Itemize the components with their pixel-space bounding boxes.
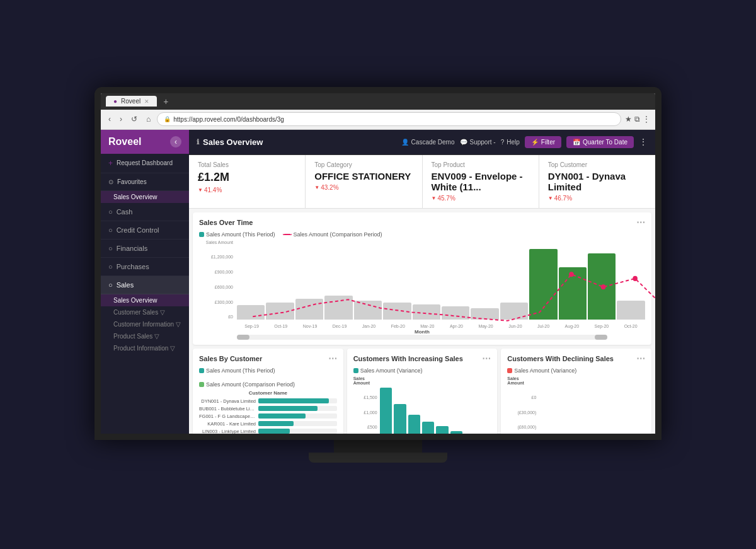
- customer-hbar-chart: DYN001 - Dynava Limited BUB001 - Bubblet…: [199, 398, 337, 434]
- bar: [394, 404, 406, 434]
- support-label: Support -: [470, 139, 496, 146]
- url-bar[interactable]: 🔒 https://app.roveel.com/0/dashboards/3g: [157, 112, 621, 126]
- cascade-demo-label: Cascade Demo: [411, 139, 455, 146]
- monitor-stand-base: [309, 453, 447, 463]
- sidebar-item-label: Product Sales ▽: [113, 333, 159, 340]
- month-label: Oct-19: [274, 324, 287, 328]
- monitor: ● Roveel ✕ + ‹ › ↺ ⌂ 🔒 https://app.rovee…: [94, 87, 662, 463]
- chart-more-button[interactable]: ⋯: [636, 217, 645, 228]
- chart-title-text: Sales By Customer: [199, 355, 262, 362]
- filter-label: Filter: [541, 139, 555, 146]
- sidebar-header[interactable]: Roveel ‹: [101, 130, 189, 154]
- charts-area: Sales Over Time ⋯ Sales Amount (This Per…: [189, 209, 655, 434]
- sidebar-item-label: Purchases: [117, 263, 149, 270]
- main-content: Total Sales £1.2M 41.4% Top Category OFF…: [189, 155, 655, 434]
- month-label: Dec-19: [333, 324, 347, 328]
- browser-titlebar: ● Roveel ✕ +: [101, 93, 655, 110]
- tab-close-icon[interactable]: ✕: [144, 98, 149, 105]
- kpi-value: OFFICE STATIONERY: [314, 171, 413, 182]
- sidebar-item-label: Cash: [117, 208, 133, 216]
- legend-dot: [199, 382, 204, 387]
- chart-title: Customers With Increasing Sales ⋯: [353, 354, 491, 364]
- declining-chart-container: Sales Amount £0 (£30,000) (£60,000) (£90…: [507, 376, 645, 434]
- legend-variance: Sales Amount (Variance): [507, 367, 576, 374]
- extensions-icon[interactable]: ⧉: [634, 115, 640, 124]
- sidebar-item-sales-overview-fav[interactable]: Sales Overview: [101, 191, 189, 203]
- filter-icon: ⚡: [531, 139, 539, 146]
- yaxis-value: £600,000: [215, 285, 233, 289]
- month-label: Apr-20: [450, 324, 463, 328]
- legend-dot: [199, 368, 204, 373]
- browser-tab-roveel[interactable]: ● Roveel ✕: [106, 96, 157, 107]
- legend-comparison: Sales Amount (Comparison Period): [283, 231, 382, 238]
- browser: ● Roveel ✕ + ‹ › ↺ ⌂ 🔒 https://app.rovee…: [101, 93, 655, 434]
- nav-forward-button[interactable]: ›: [117, 113, 125, 125]
- increasing-chart-container: Sales Amount £1,500 £1,000 £500 £0: [353, 376, 491, 434]
- kpi-change: 43.2%: [314, 184, 413, 191]
- time-bar: [237, 305, 265, 319]
- legend-this-period: Sales Amount (This Period): [199, 367, 275, 374]
- info-icon: ℹ: [197, 138, 199, 146]
- bookmark-icon[interactable]: ★: [625, 115, 632, 124]
- new-tab-button[interactable]: +: [163, 96, 168, 107]
- chart-title: Sales Over Time ⋯: [199, 217, 645, 228]
- sidebar-item-product-information[interactable]: Product Information ▽: [101, 342, 189, 354]
- hbar-row: KAR001 - Kare Limited: [199, 421, 337, 427]
- kpi-top-category: Top Category OFFICE STATIONERY 43.2%: [306, 155, 422, 208]
- sidebar-item-cash[interactable]: ○ Cash: [101, 203, 189, 221]
- hbar-track: [258, 429, 337, 434]
- chart-title: Sales By Customer ⋯: [199, 354, 337, 364]
- sidebar-collapse-button[interactable]: ‹: [170, 136, 181, 147]
- sidebar-item-sales-overview[interactable]: Sales Overview: [101, 294, 189, 306]
- nav-refresh-button[interactable]: ↺: [129, 113, 140, 125]
- support-button[interactable]: 💬 Support -: [460, 139, 496, 146]
- topbar-more-button[interactable]: ⋮: [639, 137, 648, 147]
- sidebar-item-product-sales[interactable]: Product Sales ▽: [101, 330, 189, 342]
- legend-label: Sales Amount (This Period): [206, 367, 275, 374]
- yaxis-value: (£60,000): [517, 425, 536, 429]
- sidebar-item-purchases[interactable]: ○ Purchases: [101, 258, 189, 276]
- month-label: Jan-20: [362, 324, 375, 328]
- quarter-button[interactable]: 📅 Quarter To Date: [566, 136, 634, 148]
- sidebar-item-label: Request Dashboard: [117, 159, 173, 166]
- hbar-row: FG001 - F G Landscape & Design: [199, 413, 337, 419]
- sales-by-customer-card: Sales By Customer ⋯ Sales Amount (This P…: [193, 349, 343, 434]
- yaxis-value: £900,000: [215, 270, 233, 274]
- nav-home-button[interactable]: ⌂: [144, 113, 153, 125]
- monitor-stand-top: [334, 440, 422, 453]
- sidebar-item-favourites[interactable]: ⊙ Favourites: [101, 173, 189, 191]
- cascade-demo-button[interactable]: 👤 Cascade Demo: [401, 139, 455, 146]
- chart-more-button[interactable]: ⋯: [482, 354, 491, 364]
- chart-more-button[interactable]: ⋯: [328, 354, 337, 364]
- sidebar-item-financials[interactable]: ○ Financials: [101, 240, 189, 258]
- time-chart-scrollbar[interactable]: [237, 335, 607, 340]
- month-label: Aug-20: [565, 324, 580, 328]
- help-button[interactable]: ? Help: [501, 139, 520, 146]
- yaxis-value: (£30,000): [517, 410, 536, 415]
- filter-button[interactable]: ⚡ Filter: [525, 136, 561, 148]
- nav-back-button[interactable]: ‹: [106, 113, 113, 125]
- sidebar-item-label: Sales Overview: [113, 194, 157, 200]
- month-label: Nov-19: [303, 324, 318, 328]
- yaxis: Sales Amount £0 (£30,000) (£60,000) (£90…: [507, 376, 539, 434]
- declining-rows: [539, 385, 645, 434]
- kpi-change: 45.7%: [432, 195, 530, 202]
- sidebar-item-credit-control[interactable]: ○ Credit Control: [101, 221, 189, 240]
- sidebar-item-sales[interactable]: ○ Sales: [101, 276, 189, 294]
- customers-increasing-card: Customers With Increasing Sales ⋯ Sales …: [347, 349, 498, 434]
- yaxis-value: £300,000: [215, 300, 233, 304]
- chart-more-button[interactable]: ⋯: [636, 354, 645, 364]
- xaxis: Sep-19 Oct-19 Nov-19 Dec-19 Jan-20 Feb-2…: [237, 324, 645, 328]
- sidebar-item-request-dashboard[interactable]: + Request Dashboard: [101, 154, 189, 173]
- sidebar-item-customer-information[interactable]: Customer Information ▽: [101, 318, 189, 330]
- menu-icon[interactable]: ⋮: [643, 115, 650, 124]
- sidebar-item-customer-sales[interactable]: Customer Sales ▽: [101, 306, 189, 318]
- calendar-icon: 📅: [573, 139, 580, 146]
- chart-legend: Sales Amount (Variance): [353, 367, 491, 374]
- legend-label: Sales Amount (Variance): [360, 367, 423, 374]
- legend-dot-dashed: [283, 234, 292, 235]
- time-bar: [529, 249, 557, 320]
- legend-label: Sales Amount (Comparison Period): [206, 381, 295, 388]
- legend-comparison: Sales Amount (Comparison Period): [199, 381, 295, 388]
- scrollbar-thumb-left: [237, 335, 249, 340]
